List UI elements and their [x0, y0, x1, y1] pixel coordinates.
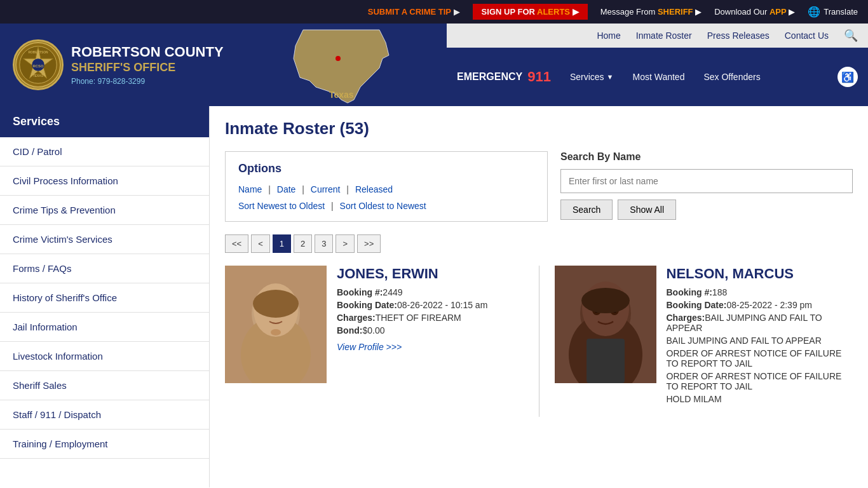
filter-name[interactable]: Name: [238, 184, 262, 194]
options-title: Options: [238, 162, 534, 175]
crime-tip-link[interactable]: SUBMIT A CRIME TIP ▶: [368, 7, 460, 17]
inmate-booking-date-nelson: Booking Date:08-25-2022 - 2:39 pm: [667, 300, 853, 310]
inmate-charges-extra-nelson-3: ORDER OF ARREST NOTICE OF FAILURE TO REP…: [667, 371, 853, 391]
inmate-list: JONES, ERWIN Booking #:2449 Booking Date…: [225, 266, 853, 417]
search-buttons: Search Show All: [560, 200, 853, 220]
header-map: Texas: [236, 24, 447, 106]
inmate-info-jones: JONES, ERWIN Booking #:2449 Booking Date…: [337, 266, 524, 407]
services-nav[interactable]: Services ▼: [570, 72, 614, 82]
inmate-card-jones: JONES, ERWIN Booking #:2449 Booking Date…: [225, 266, 524, 417]
inmate-charges-extra-nelson-1: BAIL JUMPING AND FAIL TO APPEAR: [667, 336, 853, 346]
svg-text:RCSO: RCSO: [33, 64, 44, 68]
options-box: Options Name | Date | Current | Released…: [225, 151, 548, 222]
inmate-name-jones: JONES, ERWIN: [337, 266, 524, 282]
emergency-badge: EMERGENCY 911: [457, 69, 551, 85]
globe-icon: 🌐: [808, 6, 820, 18]
search-by-name-title: Search By Name: [560, 151, 853, 163]
svg-point-16: [253, 290, 299, 318]
inmate-charges-nelson: Charges:BAIL JUMPING AND FAIL TO APPEAR: [667, 313, 853, 333]
sort-newest[interactable]: Sort Newest to Oldest: [238, 201, 325, 211]
sheriff-badge: RCSO ROBERTSON TEXAS: [13, 39, 64, 90]
content-area: Inmate Roster (53) Options Name | Date |…: [210, 106, 868, 487]
sidebar: Services CID / Patrol Civil Process Info…: [0, 106, 210, 487]
logo-area: RCSO ROBERTSON TEXAS ROBERTSON COUNTY SH…: [0, 24, 236, 106]
alert-bar: SUBMIT A CRIME TIP ▶ SIGN UP FOR ALERTS …: [0, 0, 868, 24]
page-1[interactable]: 1: [273, 234, 291, 253]
filter-links: Name | Date | Current | Released: [238, 184, 534, 194]
inmate-charges-extra-nelson-4: HOLD MILAM: [667, 394, 853, 404]
sidebar-item-sheriff-sales[interactable]: Sheriff Sales: [0, 371, 209, 400]
inmate-charges-jones: Charges:THEFT OF FIREARM: [337, 313, 524, 323]
nav-home[interactable]: Home: [597, 30, 620, 41]
inmate-booking-num-jones: Booking #:2449: [337, 287, 524, 297]
inmate-divider: [539, 266, 539, 417]
inmate-card-nelson: NELSON, MARCUS Booking #:188 Booking Dat…: [555, 266, 853, 417]
search-input[interactable]: [560, 169, 853, 193]
chevron-down-icon: ▼: [607, 73, 614, 81]
sort-links: Sort Newest to Oldest | Sort Oldest to N…: [238, 201, 534, 211]
sidebar-item-staff-911[interactable]: Staff / 911 / Dispatch: [0, 400, 209, 430]
message-sheriff-link[interactable]: Message From SHERIFF ▶: [600, 7, 702, 17]
header-nav-bottom: EMERGENCY 911 Services ▼ Most Wanted Sex…: [447, 48, 868, 106]
sidebar-item-jail-info[interactable]: Jail Information: [0, 313, 209, 342]
svg-point-7: [336, 56, 341, 61]
sidebar-item-history[interactable]: History of Sheriff's Office: [0, 283, 209, 313]
show-all-button[interactable]: Show All: [618, 200, 676, 220]
filter-current[interactable]: Current: [311, 184, 341, 194]
sidebar-item-training[interactable]: Training / Employment: [0, 430, 209, 459]
filter-released[interactable]: Released: [355, 184, 393, 194]
inmate-name-nelson: NELSON, MARCUS: [667, 266, 853, 282]
svg-point-26: [581, 288, 630, 313]
page-prev[interactable]: <: [251, 234, 270, 253]
search-submit-button[interactable]: Search: [560, 200, 613, 220]
nav-inmate-roster[interactable]: Inmate Roster: [636, 30, 692, 41]
header: RCSO ROBERTSON TEXAS ROBERTSON COUNTY SH…: [0, 24, 868, 106]
svg-text:ROBERTSON: ROBERTSON: [28, 51, 48, 54]
inmate-bond-jones: Bond:$0.00: [337, 325, 524, 336]
page-first[interactable]: <<: [225, 234, 248, 253]
sidebar-item-civil-process[interactable]: Civil Process Information: [0, 166, 209, 196]
logo-text: ROBERTSON COUNTY SHERIFF'S OFFICE Phone:…: [71, 44, 224, 85]
inmate-info-nelson: NELSON, MARCUS Booking #:188 Booking Dat…: [667, 266, 853, 407]
nav-press-releases[interactable]: Press Releases: [707, 30, 770, 41]
view-profile-jones[interactable]: View Profile >>>: [337, 342, 402, 352]
page-title: Inmate Roster (53): [225, 119, 853, 139]
inmate-booking-date-jones: Booking Date:08-26-2022 - 10:15 am: [337, 300, 524, 310]
svg-text:TEXAS: TEXAS: [33, 74, 44, 78]
sidebar-item-crime-victim[interactable]: Crime Victim's Services: [0, 225, 209, 254]
sidebar-item-forms-faqs[interactable]: Forms / FAQs: [0, 254, 209, 283]
header-right: Home Inmate Roster Press Releases Contac…: [447, 24, 868, 106]
sidebar-item-crime-tips[interactable]: Crime Tips & Prevention: [0, 196, 209, 225]
svg-point-17: [271, 329, 281, 336]
inmate-charges-extra-nelson-2: ORDER OF ARREST NOTICE OF FAILURE TO REP…: [667, 348, 853, 369]
svg-rect-27: [587, 339, 625, 383]
pagination: << < 1 2 3 > >>: [225, 234, 853, 253]
header-nav-top: Home Inmate Roster Press Releases Contac…: [447, 24, 868, 48]
translate-link[interactable]: 🌐 Translate: [808, 6, 858, 18]
sidebar-item-livestock[interactable]: Livestock Information: [0, 342, 209, 371]
page-next[interactable]: >: [336, 234, 355, 253]
texas-label: Texas: [329, 90, 354, 100]
sidebar-item-cid-patrol[interactable]: CID / Patrol: [0, 137, 209, 166]
filter-date[interactable]: Date: [277, 184, 296, 194]
search-box: Search By Name Search Show All: [560, 151, 853, 222]
page-2[interactable]: 2: [294, 234, 312, 253]
download-app-link[interactable]: Download Our APP ▶: [714, 7, 795, 17]
nav-contact-us[interactable]: Contact Us: [785, 30, 829, 41]
search-button[interactable]: 🔍: [844, 29, 858, 43]
inmate-photo-nelson: [555, 266, 656, 383]
sidebar-title: Services: [0, 106, 209, 137]
main-layout: Services CID / Patrol Civil Process Info…: [0, 106, 868, 487]
inmate-booking-num-nelson: Booking #:188: [667, 287, 853, 297]
content-grid: Options Name | Date | Current | Released…: [225, 151, 853, 222]
sort-oldest[interactable]: Sort Oldest to Newest: [340, 201, 426, 211]
page-3[interactable]: 3: [315, 234, 333, 253]
accessibility-button[interactable]: ♿: [837, 67, 858, 87]
page-last[interactable]: >>: [357, 234, 381, 253]
inmate-photo-jones: [225, 266, 327, 383]
sign-up-alerts-link[interactable]: SIGN UP FOR ALERTS ▶: [473, 4, 588, 20]
nav-sex-offenders[interactable]: Sex Offenders: [703, 72, 760, 82]
nav-most-wanted[interactable]: Most Wanted: [632, 72, 684, 82]
